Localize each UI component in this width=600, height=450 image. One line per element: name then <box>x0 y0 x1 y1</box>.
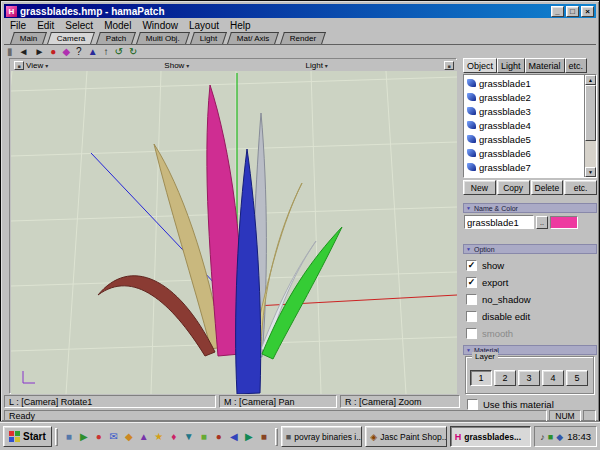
option-row[interactable]: disable edit <box>466 309 596 323</box>
panel-button[interactable]: New <box>463 180 496 195</box>
viewport-canvas[interactable] <box>11 71 457 394</box>
panel-button[interactable]: etc. <box>564 180 597 195</box>
layer-button[interactable]: 3 <box>518 370 540 386</box>
object-list-item[interactable]: grassblade3 <box>464 104 584 118</box>
panel-tab[interactable]: etc. <box>565 58 588 73</box>
checkbox[interactable] <box>466 294 477 305</box>
section-header-name-color[interactable]: ▼ Name & Color <box>463 203 597 213</box>
quicklaunch-icon[interactable]: ■ <box>198 431 210 442</box>
option-row[interactable]: no_shadow <box>466 292 596 306</box>
titlebar[interactable]: H grassblades.hmp - hamaPatch _ □ × <box>4 4 596 18</box>
maximize-button[interactable]: □ <box>566 6 579 17</box>
quicklaunch-icon[interactable]: ▲ <box>138 431 150 442</box>
quicklaunch-icon[interactable]: ♦ <box>168 431 180 442</box>
object-list-item[interactable]: grassblade1 <box>464 76 584 90</box>
layer-button[interactable]: 4 <box>542 370 564 386</box>
panel-tab[interactable]: Light <box>497 58 525 73</box>
toolbar-icon[interactable]: ↑ <box>104 45 109 58</box>
light-dropdown-icon[interactable]: ▾ <box>325 62 328 69</box>
app-tab[interactable]: Light <box>190 32 227 44</box>
grid-toggle-icon[interactable]: ■ <box>14 61 24 70</box>
taskbar-task-button[interactable]: H grassblades... <box>450 426 532 447</box>
object-list[interactable]: grassblade1 grassblade2 grassblade3 <box>464 75 584 177</box>
quicklaunch-icon[interactable]: ▼ <box>183 431 195 442</box>
taskbar-task-button[interactable]: ■ povray binaries i... <box>281 426 363 447</box>
quicklaunch-icon[interactable]: ◀ <box>228 431 240 442</box>
checkbox[interactable] <box>466 328 477 339</box>
layer-button[interactable]: 5 <box>566 370 588 386</box>
menu-item[interactable]: Layout <box>184 20 224 31</box>
scroll-up-icon[interactable]: ▲ <box>585 75 596 85</box>
quicklaunch-icon[interactable]: ✉ <box>108 431 120 442</box>
object-list-item[interactable]: grassblade2 <box>464 90 584 104</box>
toolbar-icon[interactable]: ◄ <box>19 45 29 58</box>
quicklaunch-icon[interactable]: ● <box>213 431 225 442</box>
menu-item[interactable]: Edit <box>32 20 59 31</box>
layer-button[interactable]: 2 <box>494 370 516 386</box>
menu-item[interactable]: Help <box>225 20 256 31</box>
resize-grip[interactable] <box>583 410 596 422</box>
option-row[interactable]: show <box>466 258 596 272</box>
app-tab[interactable]: Camera <box>47 32 95 44</box>
quicklaunch-icon[interactable]: ▶ <box>243 431 255 442</box>
viewport-maximize-icon[interactable]: ■ <box>444 61 454 70</box>
view-dropdown-icon[interactable]: ▾ <box>45 62 48 69</box>
checkbox[interactable] <box>466 311 477 322</box>
view-label[interactable]: View <box>26 61 43 70</box>
section-header-option[interactable]: ▼ Option <box>463 244 597 254</box>
toolbar-icon[interactable]: ↺ <box>115 45 123 58</box>
object-color-swatch[interactable] <box>550 216 578 229</box>
object-list-scrollbar[interactable]: ▲ ▼ <box>584 75 596 177</box>
option-row[interactable]: smooth <box>466 326 596 340</box>
toolbar-icon[interactable]: ? <box>76 45 82 58</box>
more-button[interactable]: .. <box>536 216 548 229</box>
start-button[interactable]: Start <box>3 426 52 447</box>
quicklaunch-icon[interactable]: ■ <box>63 431 75 442</box>
menu-item[interactable]: Select <box>60 20 98 31</box>
object-list-item[interactable]: grassblade6 <box>464 146 584 160</box>
scroll-thumb[interactable] <box>585 85 596 141</box>
taskbar-task-button[interactable]: ◈ Jasc Paint Shop... <box>365 426 447 447</box>
show-dropdown-icon[interactable]: ▾ <box>186 62 189 69</box>
toolbar-icon[interactable]: ↻ <box>129 45 137 58</box>
layer-button[interactable]: 1 <box>470 370 492 386</box>
quicklaunch-icon[interactable]: ◆ <box>123 431 135 442</box>
minimize-button[interactable]: _ <box>551 6 564 17</box>
quicklaunch-icon[interactable]: ▶ <box>78 431 90 442</box>
scroll-down-icon[interactable]: ▼ <box>585 167 596 177</box>
show-label[interactable]: Show <box>164 61 184 70</box>
panel-button[interactable]: Copy <box>497 180 530 195</box>
tray-icon[interactable]: ■ <box>548 432 553 442</box>
menu-item[interactable]: Window <box>137 20 183 31</box>
object-list-item[interactable]: grassblade4 <box>464 118 584 132</box>
app-tab[interactable]: Multi Obj. <box>136 32 190 44</box>
panel-tab[interactable]: Material <box>525 58 565 73</box>
toolbar-icon[interactable]: ▮ <box>7 45 13 58</box>
menu-item[interactable]: File <box>5 20 31 31</box>
app-tab[interactable]: Mat/ Axis <box>227 32 279 44</box>
scroll-track[interactable] <box>585 141 596 167</box>
panel-tab[interactable]: Object <box>463 58 497 73</box>
taskbar-divider[interactable] <box>275 428 278 446</box>
app-tab[interactable]: Patch <box>96 32 136 44</box>
toolbar-icon[interactable]: ► <box>34 45 44 58</box>
use-material-checkbox[interactable] <box>467 399 478 410</box>
app-tab[interactable]: Main <box>10 32 47 44</box>
app-tab[interactable]: Render <box>280 32 326 44</box>
object-name-input[interactable] <box>464 215 534 229</box>
quicklaunch-icon[interactable]: ■ <box>258 431 270 442</box>
checkbox[interactable] <box>466 277 477 288</box>
checkbox[interactable] <box>466 260 477 271</box>
option-row[interactable]: export <box>466 275 596 289</box>
quicklaunch-icon[interactable]: ★ <box>153 431 165 442</box>
toolbar-icon[interactable]: ◆ <box>62 45 70 58</box>
use-material-row[interactable]: Use this material <box>467 399 554 410</box>
tray-icon[interactable]: ♪ <box>540 432 545 442</box>
close-button[interactable]: × <box>581 6 594 17</box>
toolbar-icon[interactable]: ▲ <box>88 45 98 58</box>
tray-icon[interactable]: ◆ <box>556 432 563 442</box>
quicklaunch-icon[interactable]: ● <box>93 431 105 442</box>
light-label[interactable]: Light <box>306 61 323 70</box>
panel-button[interactable]: Delete <box>531 180 564 195</box>
object-list-item[interactable]: grassblade7 <box>464 160 584 174</box>
